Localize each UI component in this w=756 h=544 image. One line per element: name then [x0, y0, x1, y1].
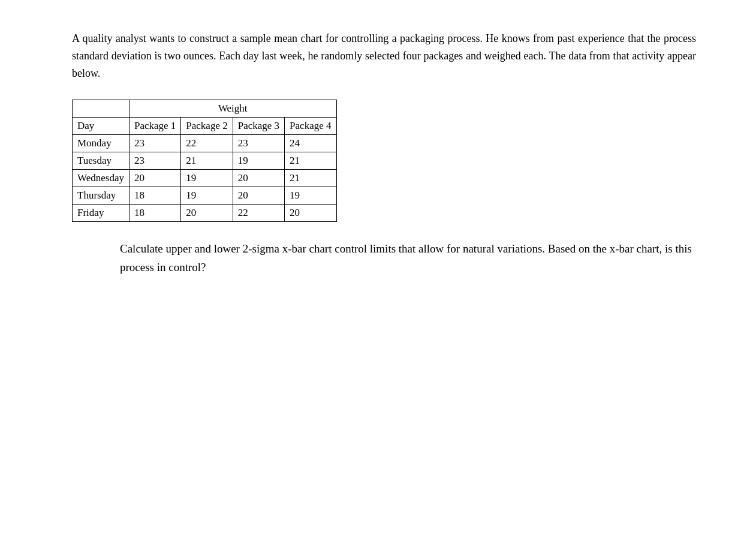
intro-paragraph: A quality analyst wants to construct a s…: [72, 30, 696, 82]
table-cell-0-1: 23: [129, 135, 180, 152]
table-row: Monday23222324: [73, 135, 337, 152]
table-row: Friday18202220: [73, 205, 337, 222]
col-pkg1-header: Package 1: [129, 118, 180, 135]
data-table-container: Weight Day Package 1 Package 2 Package 3…: [72, 100, 696, 222]
table-cell-0-2: 22: [181, 135, 233, 152]
table-row: Thursday18192019: [73, 187, 337, 205]
table-cell-3-4: 19: [285, 187, 336, 205]
table-cell-2-4: 21: [285, 170, 336, 187]
table-row: Wednesday20192021: [73, 170, 337, 187]
col-pkg4-header: Package 4: [285, 118, 336, 135]
col-pkg2-header: Package 2: [181, 118, 233, 135]
table-cell-1-3: 19: [233, 152, 284, 170]
table-cell-0-3: 23: [233, 135, 284, 152]
table-cell-2-1: 20: [129, 170, 180, 187]
col-day-header: Day: [73, 118, 129, 135]
table-cell-4-1: 18: [129, 205, 180, 222]
table-cell-1-0: Tuesday: [73, 152, 129, 170]
table-cell-3-3: 20: [233, 187, 284, 205]
weight-table: Weight Day Package 1 Package 2 Package 3…: [72, 100, 337, 222]
table-cell-2-0: Wednesday: [73, 170, 129, 187]
table-cell-4-2: 20: [181, 205, 233, 222]
table-cell-3-2: 19: [181, 187, 233, 205]
table-cell-2-2: 19: [181, 170, 233, 187]
table-cell-1-4: 21: [285, 152, 336, 170]
table-cell-3-1: 18: [129, 187, 180, 205]
table-cell-4-4: 20: [285, 205, 336, 222]
table-cell-0-4: 24: [285, 135, 336, 152]
table-cell-1-1: 23: [129, 152, 180, 170]
weight-header: Weight: [129, 100, 336, 118]
empty-header-cell: [73, 100, 129, 118]
table-cell-3-0: Thursday: [73, 187, 129, 205]
table-cell-4-0: Friday: [73, 205, 129, 222]
table-cell-1-2: 21: [181, 152, 233, 170]
question-paragraph: Calculate upper and lower 2-sigma x-bar …: [120, 240, 696, 276]
table-row: Tuesday23211921: [73, 152, 337, 170]
table-cell-4-3: 22: [233, 205, 284, 222]
table-cell-2-3: 20: [233, 170, 284, 187]
col-pkg3-header: Package 3: [233, 118, 284, 135]
table-cell-0-0: Monday: [73, 135, 129, 152]
